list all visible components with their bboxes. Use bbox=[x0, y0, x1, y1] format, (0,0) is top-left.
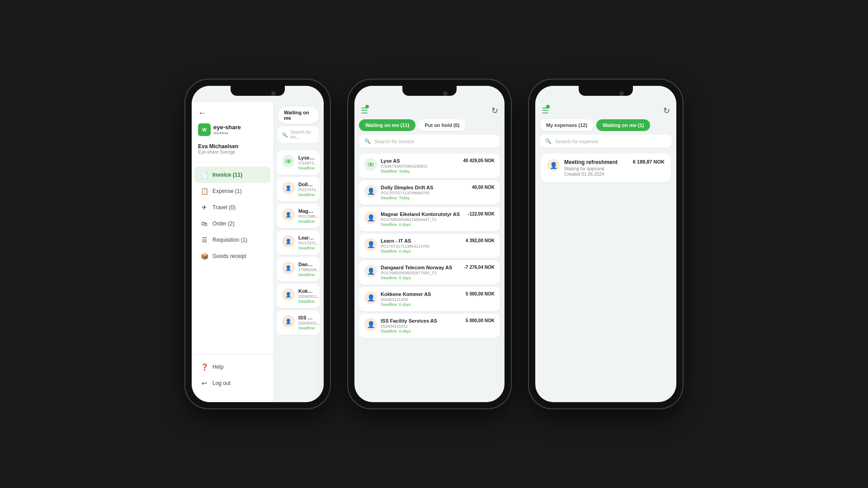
lyse-amount: 40 429,05 NOK bbox=[463, 158, 495, 163]
card-info-7: ISS Faci... 20240415... Deadline: bbox=[298, 315, 315, 330]
tab-my-expenses-3[interactable]: My expenses (12) bbox=[540, 119, 594, 131]
expense-info-1: Meeting refreshment Waiting for approval… bbox=[564, 159, 628, 177]
card-ref-5: 17085205... bbox=[298, 267, 315, 272]
card-info-4: Learn - I... PO17073... Deadline: bbox=[298, 235, 315, 250]
logo-name: eye-share bbox=[213, 124, 241, 131]
invoice-card-1[interactable]: Lyse AS CI16873340704041959​21 Deadline:… bbox=[359, 154, 500, 178]
kokkene-deadline: Deadline: 6 days bbox=[381, 302, 462, 307]
tab-waiting-2[interactable]: Waiting on me (11) bbox=[359, 119, 415, 131]
magnar-amount: -122,00 NOK bbox=[468, 211, 495, 216]
search-bar-2[interactable]: 🔍 Search for invoice bbox=[359, 135, 500, 148]
partial-card-3[interactable]: 👤 Magnar... PO17085... Deadline: bbox=[277, 204, 320, 228]
search-placeholder-2: Search for invoice bbox=[374, 139, 414, 144]
card-info-2: Dolly Di... PO17073... Deadline: bbox=[298, 182, 315, 197]
partial-search-placeholder: Search for inv... bbox=[290, 130, 315, 140]
refresh-icon-2[interactable]: ↻ bbox=[491, 106, 498, 116]
invoice-card-5[interactable]: 👤 Dangaard Telecom Norway AS PO170852059… bbox=[359, 260, 500, 285]
avatar-person-5: 👤 bbox=[282, 262, 295, 274]
invoice-card-3[interactable]: 👤 Magnar Eikeland Kontorutstyr AS PO1708… bbox=[359, 207, 500, 231]
card-ref-1: CI16873... bbox=[298, 161, 315, 165]
tab-hold-2[interactable]: Put on hold (0) bbox=[418, 119, 466, 131]
avatar-person-6: 👤 bbox=[282, 288, 295, 301]
partial-card-5[interactable]: 👤 Dangaar... 17085205... Deadline: bbox=[277, 257, 320, 282]
expense-amount: 6 189,87 NOK bbox=[633, 159, 665, 164]
nav-goods-receipt-label: Goods receipt bbox=[212, 253, 246, 259]
nav-order[interactable]: 🛍 Order (2) bbox=[194, 216, 270, 232]
partial-card-2[interactable]: 👤 Dolly Di... PO17073... Deadline: bbox=[277, 177, 320, 202]
card-name-1: Lyse AS bbox=[298, 155, 315, 160]
card-ref-6: 20240312... bbox=[298, 294, 315, 299]
phone-1: ← W eye-share Workflow Eva Mich bbox=[185, 80, 330, 408]
app-header-3: ☰ ↻ bbox=[535, 102, 676, 119]
partial-card-7[interactable]: 👤 ISS Faci... 20240415... Deadline: bbox=[277, 310, 320, 335]
svg-point-5 bbox=[370, 164, 372, 165]
dangaard-name: Dangaard Telecom Norway AS bbox=[381, 265, 461, 270]
card-info-5: Dangaar... 17085205... Deadline: bbox=[298, 262, 315, 277]
avatar-person-4: 👤 bbox=[282, 235, 295, 248]
dolly-name: Dolly Dimples Drift AS bbox=[381, 185, 468, 190]
tabs-2: Waiting on me (11) Put on hold (0) bbox=[354, 119, 505, 135]
invoice-card-6[interactable]: 👤 Kokkene Kommer AS 202403121259 Deadlin… bbox=[359, 287, 500, 311]
expense-card-1[interactable]: 👤 Meeting refreshment Waiting for approv… bbox=[541, 154, 671, 182]
nav-goods-receipt[interactable]: 📦 Goods receipt bbox=[194, 248, 270, 264]
nav-invoice-label: Invoice (11) bbox=[212, 172, 242, 178]
notch-3 bbox=[579, 86, 633, 96]
invoice-card-2[interactable]: 👤 Dolly Dimples Drift AS PO1707317113708… bbox=[359, 180, 500, 205]
hamburger-menu-2[interactable]: ☰ bbox=[361, 106, 368, 116]
nav-expense-label: Expense (1) bbox=[212, 188, 242, 194]
nav-logout-label: Log out bbox=[212, 380, 231, 386]
search-icon-3: 🔍 bbox=[545, 138, 552, 144]
avatar-iss: 👤 bbox=[364, 318, 377, 331]
dolly-deadline: Deadline: Today bbox=[381, 196, 468, 200]
search-bar-3[interactable]: 🔍 Search for expense bbox=[540, 135, 672, 148]
logo-text-block: eye-share Workflow bbox=[213, 124, 241, 135]
back-button[interactable]: ← bbox=[192, 108, 273, 123]
expense-name: Meeting refreshment bbox=[564, 159, 628, 165]
waiting-tab-partial[interactable]: Waiting on me bbox=[278, 107, 319, 124]
user-company: Eye-share Sverige bbox=[198, 150, 267, 155]
phone-3: ☰ ↻ My expenses (12) Waiting on me (1) 🔍… bbox=[529, 80, 683, 408]
card-deadline-7: Deadline: bbox=[298, 326, 315, 330]
logout-icon: ↩ bbox=[201, 380, 208, 387]
avatar-dangaard: 👤 bbox=[364, 265, 377, 277]
partial-card-4[interactable]: 👤 Learn - I... PO17073... Deadline: bbox=[277, 230, 320, 255]
camera-3 bbox=[619, 91, 624, 96]
eyeshare-logo-svg: W bbox=[201, 126, 208, 133]
nav-logout[interactable]: ↩ Log out bbox=[194, 375, 270, 391]
svg-text:W: W bbox=[202, 127, 207, 132]
tab-waiting-3[interactable]: Waiting on me (1) bbox=[596, 119, 650, 131]
partial-search-bar[interactable]: 🔍 Search for inv... bbox=[278, 127, 319, 143]
avatar-person-3: 👤 bbox=[282, 208, 295, 221]
card-ref-7: 20240415... bbox=[298, 321, 315, 325]
invoice-card-7[interactable]: 👤 ISS Facility Services AS 202404151012 … bbox=[359, 314, 500, 338]
nav-help[interactable]: ❓ Help bbox=[194, 359, 270, 375]
hamburger-menu-3[interactable]: ☰ bbox=[542, 106, 549, 116]
magnar-ref: PO17085205981745544​47_T1 bbox=[381, 217, 464, 222]
refresh-icon-3[interactable]: ↻ bbox=[663, 106, 670, 116]
partial-invoice-list: Waiting on me 🔍 Search for inv... bbox=[273, 102, 324, 402]
nav-travel[interactable]: ✈ Travel (0) bbox=[194, 199, 270, 216]
invoice-icon: 📄 bbox=[201, 171, 208, 178]
svg-point-3 bbox=[288, 160, 289, 162]
notch-bar-3 bbox=[535, 86, 676, 102]
nav-invoice[interactable]: 📄 Invoice (11) bbox=[194, 167, 270, 183]
nav-travel-label: Travel (0) bbox=[212, 204, 236, 211]
camera-1 bbox=[271, 91, 276, 96]
card-deadline-4: Deadline: bbox=[298, 246, 315, 250]
invoice-card-4[interactable]: 👤 Learn - IT AS PO17073171138541​14705 D… bbox=[359, 234, 500, 258]
partial-card-6[interactable]: 👤 Kokkene... 20240312... Deadline: bbox=[277, 284, 320, 308]
avatar-person-2: 👤 bbox=[282, 182, 295, 194]
expense-date: Created 01.06.2024 bbox=[564, 172, 628, 177]
magnar-deadline: Deadline: 6 days bbox=[381, 222, 464, 227]
back-arrow-icon[interactable]: ← bbox=[198, 108, 206, 118]
partial-card-1[interactable]: Lyse AS CI16873... Deadline: bbox=[277, 150, 320, 175]
nav-requisition[interactable]: ☰ Requisition (1) bbox=[194, 232, 270, 248]
nav-expense[interactable]: 📋 Expense (1) bbox=[194, 183, 270, 199]
expense-list: 👤 Meeting refreshment Waiting for approv… bbox=[535, 151, 676, 402]
app-header-2: ☰ ↻ bbox=[354, 102, 505, 119]
logo: W eye-share Workflow bbox=[192, 123, 273, 143]
nav-requisition-label: Requisition (1) bbox=[212, 237, 247, 243]
iss-ref: 202404151012 bbox=[381, 324, 462, 328]
card-info-iss: ISS Facility Services AS 202404151012 De… bbox=[381, 318, 462, 333]
eye-svg-lyse bbox=[367, 161, 374, 168]
